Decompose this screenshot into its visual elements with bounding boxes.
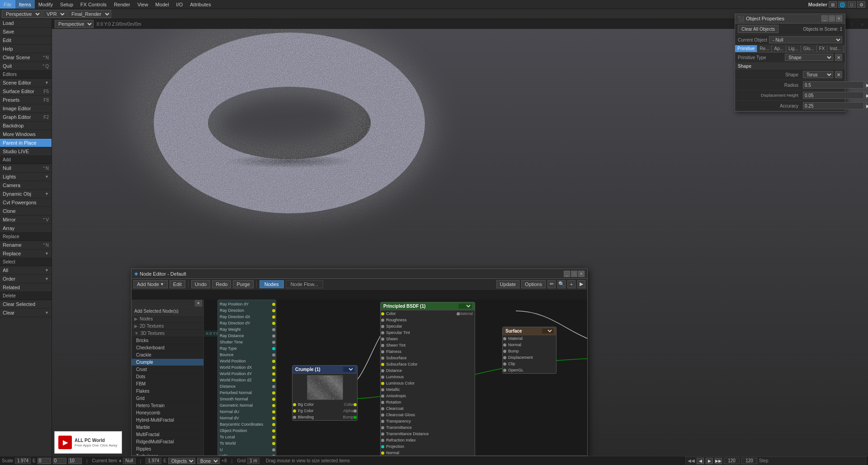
maximize-btn[interactable]: □: [848, 1, 856, 8]
displacement-height-input[interactable]: [803, 92, 864, 99]
sidebar-item-mirror[interactable]: Mirror ⌃V: [0, 216, 52, 224]
nl-item-hybrid-multifractal[interactable]: Hybrid-MultiFractal: [132, 417, 203, 424]
menu-view[interactable]: View: [134, 0, 152, 9]
sidebar-item-replace[interactable]: Replace ▼: [0, 249, 52, 258]
sidebar-item-clear-selected[interactable]: Clear Selected: [0, 300, 52, 309]
restore-btn[interactable]: □: [829, 15, 835, 22]
menu-fx[interactable]: FX Controls: [77, 0, 110, 9]
sidebar-item-related[interactable]: Related: [0, 283, 52, 292]
nl-item-crackle[interactable]: Crackle: [132, 352, 203, 359]
sidebar-item-null[interactable]: Null ⌃N: [0, 164, 52, 173]
crumple-node-select[interactable]: [343, 367, 354, 372]
nl-item-turbulence[interactable]: Turbulence: [132, 453, 203, 456]
ne-arrow-btn[interactable]: ▶: [577, 280, 585, 288]
primitive-type-clear-btn[interactable]: ✕: [835, 54, 842, 61]
vp-mode-select[interactable]: Perspective: [55, 20, 94, 28]
sidebar-item-all[interactable]: All ▼: [0, 266, 52, 275]
redo-btn[interactable]: Redo: [212, 280, 231, 288]
accuracy-increment-btn[interactable]: ▶: [866, 102, 868, 109]
menu-items[interactable]: Items: [15, 0, 35, 9]
nl-item-dots[interactable]: Dots: [132, 373, 203, 380]
bones-select[interactable]: Bones: [197, 458, 220, 464]
nl-item-crumple[interactable]: Crumple: [132, 359, 203, 366]
sidebar-item-more-windows[interactable]: More Windows: [0, 130, 52, 139]
node-category-3d-textures[interactable]: ▼ 3D Textures: [132, 330, 203, 337]
menu-setup[interactable]: Setup: [57, 0, 77, 9]
sidebar-item-studio-live[interactable]: Studio LIVE: [0, 147, 52, 156]
sidebar-item-clear[interactable]: Clear ▼: [0, 309, 52, 317]
ne-tab-nodes[interactable]: Nodes: [259, 280, 284, 288]
sidebar-item-dynamic-obj[interactable]: Dynamic Obj ▼: [0, 190, 52, 198]
ne-close-btn[interactable]: ✕: [578, 271, 585, 277]
node-category-nodes[interactable]: ▶ Nodes: [132, 315, 203, 323]
tl-end-frame[interactable]: [741, 458, 757, 464]
primitive-type-select[interactable]: Shape: [785, 54, 833, 61]
scale-input-1[interactable]: [38, 458, 51, 464]
sidebar-item-quit[interactable]: Quit ⌃Q: [0, 62, 52, 70]
sidebar-item-edit[interactable]: Edit: [0, 36, 52, 45]
scale-input-3[interactable]: [68, 458, 82, 464]
node-canvas[interactable]: X:0 Y:0 Z:0/0m/0m ✕ Add Selected Node(s)…: [132, 300, 587, 456]
nl-item-ripples[interactable]: Ripples: [132, 446, 203, 453]
shape-select[interactable]: Torus: [803, 71, 833, 78]
layout-btn[interactable]: ⊞: [829, 1, 837, 8]
sidebar-item-clear-scene[interactable]: Clear Scene ⌃N: [0, 53, 52, 62]
sidebar-item-presets[interactable]: Presets F8: [0, 96, 52, 104]
obj-properties-titlebar[interactable]: ⬛ Object Properties _ □ ✕: [735, 14, 845, 23]
principled-bsdf-select[interactable]: [458, 304, 472, 309]
settings-btn[interactable]: ⚙: [857, 1, 865, 8]
sidebar-item-scene-editor[interactable]: Scene Editor ▼: [0, 79, 52, 87]
radius-input[interactable]: [803, 81, 864, 89]
tl-prev-btn[interactable]: ◀: [697, 458, 704, 464]
node-editor-titlebar[interactable]: ◈ Node Editor - Default _ □ ✕: [132, 269, 587, 279]
surface-node[interactable]: Surface Material Normal Bump: [502, 327, 557, 374]
perspective-select[interactable]: Perspective: [2, 10, 42, 18]
globe-btn[interactable]: 🌐: [838, 1, 846, 8]
ne-minimize-btn[interactable]: _: [564, 271, 570, 277]
nl-item-crust[interactable]: Crust: [132, 366, 203, 373]
displacement-height-increment-btn[interactable]: ▶: [866, 92, 868, 99]
objects-select[interactable]: Objects: [168, 458, 195, 464]
sidebar-item-lights[interactable]: Lights ▼: [0, 173, 52, 181]
nl-item-flakes[interactable]: Flakes: [132, 388, 203, 395]
node-list-collapse-btn[interactable]: ✕: [195, 300, 202, 306]
sidebar-item-image-editor[interactable]: Image Editor: [0, 104, 52, 113]
edit-node-btn[interactable]: Edit: [170, 280, 185, 288]
sidebar-item-rename[interactable]: Rename ⌃N: [0, 241, 52, 249]
node-area[interactable]: Ray Position dY Ray Direction Ray Direct…: [204, 300, 587, 456]
nl-item-fbm[interactable]: FBM: [132, 380, 203, 388]
add-node-btn[interactable]: Add Node ▼: [133, 280, 168, 288]
accuracy-input[interactable]: [803, 102, 864, 109]
nl-item-ridged-multifractal[interactable]: RidgedMultiFractal: [132, 438, 203, 446]
sidebar-item-graph-editor[interactable]: Graph Editor F2: [0, 113, 52, 122]
current-object-select[interactable]: - Null: [769, 36, 842, 43]
nl-item-bricks[interactable]: Bricks: [132, 337, 203, 344]
sidebar-item-clone[interactable]: Clone: [0, 207, 52, 216]
ne-restore-btn[interactable]: □: [571, 271, 577, 277]
ne-pencil-btn[interactable]: ✏: [547, 280, 556, 288]
sidebar-item-camera[interactable]: Camera: [0, 181, 52, 190]
menu-io[interactable]: I/O: [173, 0, 187, 9]
surface-node-select[interactable]: [542, 329, 553, 333]
scale-input-2[interactable]: [53, 458, 66, 464]
radius-increment-btn[interactable]: ▶: [866, 81, 868, 89]
options-btn[interactable]: Options: [521, 280, 546, 288]
nl-item-marble[interactable]: Marble: [132, 424, 203, 431]
menu-model[interactable]: Model: [152, 0, 173, 9]
tab-ap[interactable]: Ap...: [772, 45, 786, 52]
menu-render[interactable]: Render: [110, 0, 134, 9]
sidebar-item-backdrop[interactable]: Backdrop: [0, 122, 52, 130]
menu-file[interactable]: File: [0, 0, 15, 9]
purge-btn[interactable]: Purge: [233, 280, 253, 288]
ne-search-btn[interactable]: 🔍: [557, 280, 566, 288]
ne-tab-nodeflow[interactable]: Node Flow...: [286, 280, 323, 288]
crumple-node[interactable]: Crumple (1) Bg Color Color F: [292, 365, 358, 421]
sidebar-item-array[interactable]: Array: [0, 224, 52, 233]
tab-primitive[interactable]: Primitive: [735, 45, 757, 52]
minimize-btn[interactable]: _: [821, 15, 828, 22]
undo-btn[interactable]: Undo: [191, 280, 210, 288]
sidebar-item-save[interactable]: Save: [0, 28, 52, 36]
tab-inst[interactable]: Inst...: [827, 45, 843, 52]
tab-fx[interactable]: FX: [817, 45, 828, 52]
sidebar-item-surface-editor[interactable]: Surface Editor F5: [0, 87, 52, 96]
